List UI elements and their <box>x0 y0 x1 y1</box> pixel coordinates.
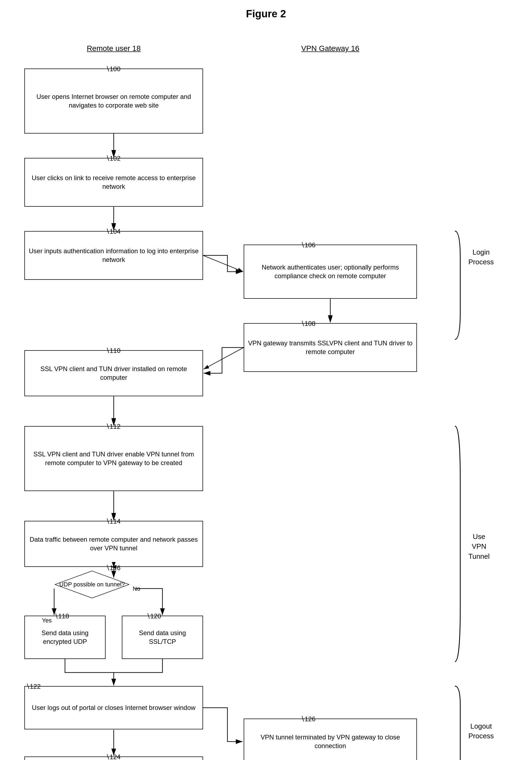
ref-124: ∖124 <box>106 753 120 760</box>
brace-vpn: UseVPNTunnel <box>468 532 490 561</box>
ref-100: ∖100 <box>106 65 120 73</box>
ref-122: ∖122 <box>26 683 41 690</box>
svg-line-6 <box>203 348 244 369</box>
arrow-label-yes: Yes <box>42 617 52 624</box>
col-header-left: Remote user 18 <box>24 44 203 53</box>
box-126 <box>244 719 417 760</box>
svg-line-4 <box>203 256 243 272</box>
col-header-right: VPN Gateway 16 <box>244 44 417 53</box>
ref-102: ∖102 <box>106 155 120 162</box>
ref-104: ∖104 <box>106 228 120 235</box>
ref-108: ∖108 <box>300 320 315 327</box>
box-120 <box>122 616 203 659</box>
brace-login: LoginProcess <box>468 247 494 267</box>
box-102 <box>24 158 203 207</box>
ref-112: ∖112 <box>106 423 120 430</box>
box-122 <box>24 686 203 730</box>
brace-logout: LogoutProcess <box>468 721 494 741</box>
box-118 <box>24 616 106 659</box>
page-title: Figure 2 <box>0 0 532 25</box>
diamond-116: UDP possible on tunnel? <box>54 567 130 602</box>
ref-110: ∖110 <box>106 347 120 355</box>
ref-114: ∖114 <box>106 518 120 525</box>
box-110 <box>24 350 203 396</box>
diamond-116-text: UDP possible on tunnel? <box>54 567 130 602</box>
box-106 <box>244 245 417 299</box>
arrow-label-no: No <box>133 585 140 593</box>
box-104 <box>24 231 203 280</box>
ref-120: ∖120 <box>146 612 161 620</box>
box-112 <box>24 426 203 491</box>
ref-116: ∖116 <box>106 564 120 572</box>
box-114 <box>24 521 203 567</box>
ref-106: ∖106 <box>300 241 315 249</box>
diagram-area: Remote user 18 VPN Gateway 16 User opens… <box>0 25 532 760</box>
box-108 <box>244 323 417 372</box>
box-100 <box>24 69 203 133</box>
ref-118: ∖118 <box>54 612 69 620</box>
ref-126: ∖126 <box>300 715 315 723</box>
